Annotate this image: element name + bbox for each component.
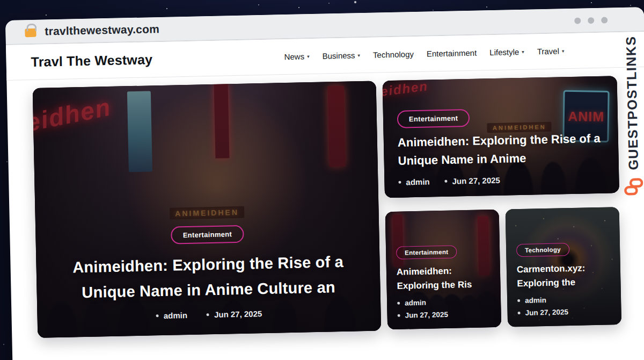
nav-label: News (284, 52, 304, 61)
chevron-down-icon: ▾ (357, 52, 360, 58)
brand-label: GUESTPOSTLINKS (623, 35, 641, 170)
category-badge[interactable]: Entertainment (397, 109, 470, 128)
nav-item-technology[interactable]: Technology (373, 49, 414, 60)
post-card-secondary[interactable]: eidhen ANIMEIDHEN ANIM Entertainment Ani… (383, 76, 619, 198)
address-bar[interactable]: travlthewestway.com (45, 23, 159, 38)
star-speckles (506, 210, 507, 211)
chevron-down-icon: ▾ (307, 53, 310, 59)
category-badge[interactable]: Entertainment (396, 245, 457, 259)
nav-label: Business (322, 51, 355, 60)
main-nav: News▾ Business▾ Technology Entertainment… (284, 46, 564, 61)
nav-label: Lifestyle (489, 47, 519, 57)
post-meta: admin Jun 27, 2025 (397, 297, 491, 320)
site-logo[interactable]: Travl The Westway (31, 52, 152, 70)
post-date: Jun 27, 2025 (398, 311, 449, 320)
post-card-hero[interactable]: eidhen ANIMEIDHEN Entertainment Animeidh… (33, 81, 382, 338)
post-title[interactable]: Animeidhen: Exploring the Rise of a Uniq… (398, 129, 605, 170)
post-title[interactable]: Carmenton.xyz: Exploring the (517, 261, 611, 291)
lock-icon (25, 28, 36, 37)
post-content: Technology Carmenton.xyz: Exploring the … (506, 242, 621, 327)
post-author[interactable]: admin (397, 299, 426, 307)
post-date: Jun 27, 2025 (207, 309, 262, 319)
secondary-column: eidhen ANIMEIDHEN ANIM Entertainment Ani… (383, 76, 623, 330)
category-badge[interactable]: Technology (516, 243, 569, 257)
window-dot-icon[interactable] (601, 17, 608, 23)
post-content: Entertainment Animeidhen: Exploring the … (386, 244, 501, 329)
nav-label: Travel (537, 46, 559, 56)
nav-label: Technology (373, 49, 414, 60)
post-title[interactable]: Animeidhen: Exploring the Rise of a Uniq… (43, 249, 373, 306)
nav-item-news[interactable]: News▾ (284, 52, 309, 61)
window-controls[interactable] (574, 17, 608, 24)
post-content: Entertainment Animeidhen: Exploring the … (35, 222, 381, 338)
nav-item-business[interactable]: Business▾ (322, 51, 360, 60)
page-background: travlthewestway.com Travl The Westway Ne… (0, 0, 644, 360)
post-card-small-right[interactable]: Technology Carmenton.xyz: Exploring the … (506, 207, 622, 327)
post-title[interactable]: Animeidhen: Exploring the Ris (397, 263, 491, 293)
main-content: eidhen ANIMEIDHEN Entertainment Animeidh… (33, 76, 622, 338)
window-dot-icon[interactable] (588, 17, 594, 24)
nav-item-travel[interactable]: Travel▾ (537, 46, 565, 56)
post-author[interactable]: admin (517, 296, 546, 305)
post-content: Entertainment Animeidhen: Exploring the … (383, 106, 619, 198)
nav-item-entertainment[interactable]: Entertainment (427, 48, 477, 59)
nav-label: Entertainment (427, 48, 477, 59)
browser-window: travlthewestway.com Travl The Westway Ne… (5, 7, 644, 360)
post-meta: admin Jun 27, 2025 (517, 294, 611, 317)
post-author[interactable]: admin (156, 311, 188, 320)
guestpostlinks-brand[interactable]: GUESTPOSTLINKS (618, 32, 644, 197)
chevron-down-icon: ▾ (562, 48, 565, 54)
nav-item-lifestyle[interactable]: Lifestyle▾ (489, 47, 524, 57)
post-card-small-left[interactable]: Entertainment Animeidhen: Exploring the … (385, 210, 502, 329)
category-badge[interactable]: Entertainment (171, 225, 244, 244)
post-meta: admin Jun 27, 2025 (398, 174, 605, 187)
chain-link-icon (624, 177, 643, 197)
post-meta: admin Jun 27, 2025 (45, 307, 373, 323)
starfield (0, 0, 1, 1)
small-cards-row: Entertainment Animeidhen: Exploring the … (385, 207, 622, 329)
window-dot-icon[interactable] (574, 18, 581, 24)
post-date: Jun 27, 2025 (444, 176, 500, 186)
post-date: Jun 27, 2025 (517, 308, 568, 317)
post-author[interactable]: admin (398, 177, 430, 187)
chevron-down-icon: ▾ (522, 49, 524, 55)
